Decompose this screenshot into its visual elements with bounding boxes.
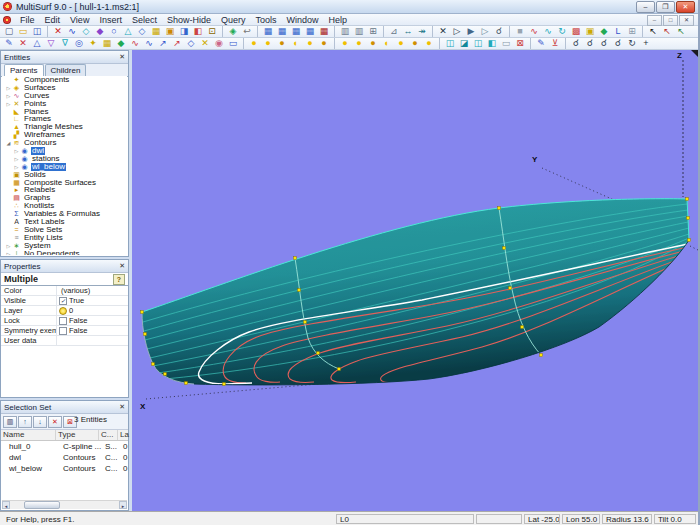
annotate-view-icon[interactable]: ▭ [499,38,513,49]
table-row[interactable]: hull_0 C-spline ... S... 0 [1,441,128,452]
property-row[interactable]: Lock False [1,316,128,326]
tree-item[interactable]: ▸ Relabels [2,186,127,194]
red-curve-icon[interactable]: ∿ [527,26,541,37]
child-close-button[interactable]: ✕ [679,15,694,26]
property-value[interactable]: True [69,296,84,305]
menu-item[interactable]: File [15,15,40,25]
child-minimize-button[interactable]: – [647,15,662,26]
property-row[interactable]: Visible True [1,296,128,306]
capture-view-icon[interactable]: ◧ [485,38,499,49]
insert-curve-icon[interactable]: ∿ [128,38,142,49]
horizontal-scrollbar[interactable]: ◂ ▸ [2,500,127,509]
tree-item[interactable]: A Text Labels [2,218,127,226]
viewport-3d[interactable]: X Y Z [132,50,698,511]
tree-item-label[interactable]: No Dependents [23,250,81,255]
property-row[interactable]: Symmetry exempt False [1,326,128,336]
tree-item[interactable]: Σ Variables & Formulas [2,210,127,218]
expand-icon[interactable]: ▷ [5,250,12,255]
insert-line-icon[interactable]: ∇ [58,38,72,49]
tree-item[interactable]: ◣ Planes [2,108,127,116]
insert-surface-icon[interactable]: ∿ [142,38,156,49]
hide-children-bulb-icon[interactable]: ● [366,38,380,49]
select-pointer-icon[interactable]: ▷ [450,26,464,37]
frame-l-icon[interactable]: L [611,26,625,37]
insert-magnet-icon[interactable]: △ [30,38,44,49]
grid-plus-icon[interactable]: ⊞ [625,26,639,37]
tree-item[interactable]: ▤ Graphs [2,194,127,202]
insert-plane-icon[interactable]: ◇ [184,38,198,49]
menu-item[interactable]: Insert [94,15,127,25]
surface-grid-icon[interactable]: ▣ [163,26,177,37]
view-perspective-icon[interactable]: ▦ [317,26,331,37]
hull-3d-view[interactable] [132,50,698,511]
insert-contour-icon[interactable]: ◉ [212,38,226,49]
show-all-bulb-icon[interactable]: ● [243,38,261,49]
tree-item[interactable]: ≡ Entity Lists [2,234,127,242]
invert-visibility-bulb-icon[interactable]: ● [422,38,436,49]
view-iso-icon[interactable]: ▦ [303,26,317,37]
tab-children[interactable]: Children [45,64,87,76]
undo-icon[interactable]: ↩ [240,26,254,37]
entity-name[interactable]: wl_below [1,463,61,474]
property-row[interactable]: Layer 0 [1,306,128,316]
restore-button[interactable]: ❐ [656,1,675,13]
view-side-icon[interactable]: ▦ [289,26,303,37]
expand-icon[interactable]: ◢ [5,139,12,147]
move-down-icon[interactable]: ↓ [33,416,47,428]
scroll-left-icon[interactable]: ◂ [2,501,10,509]
tree-item[interactable]: ✦ Components [2,76,127,84]
apply-icon[interactable]: ◈ [222,26,240,37]
expand-icon[interactable]: ▷ [5,242,12,250]
stop-icon[interactable]: ■ [509,26,527,37]
zoom-in-icon[interactable]: ☌ [565,38,583,49]
teal-curve-icon[interactable]: ∿ [541,26,555,37]
columns-icon[interactable]: ▥ [3,416,17,428]
copy-view-icon[interactable]: ◫ [439,38,457,49]
pan-center-icon[interactable]: + [639,38,653,49]
tree-item[interactable]: ▷ ✕ Points [2,100,127,108]
new-file-icon[interactable]: ▢ [2,26,16,37]
table-row[interactable]: dwl Contours C... 0 [1,452,128,463]
expand-icon[interactable]: ▷ [5,84,12,92]
entities-close-icon[interactable]: ✕ [119,52,125,62]
property-value[interactable]: (various) [61,286,90,295]
expand-icon[interactable]: ▷ [13,155,20,163]
insert-lofted-icon[interactable]: ↗ [156,38,170,49]
minimize-button[interactable]: – [636,1,655,13]
menu-item[interactable]: View [65,15,94,25]
half-box-icon[interactable]: ◨ [177,26,191,37]
ring-icon[interactable]: ○ [107,26,121,37]
view-front-icon[interactable]: ▦ [257,26,275,37]
tree-item[interactable]: ▷ ◉ wl_below [2,163,127,171]
edit-curve-icon[interactable]: ∿ [65,26,79,37]
property-control[interactable] [59,327,67,335]
hide-all-bulb-icon[interactable]: ● [334,38,352,49]
zoom-all-icon[interactable]: ↻ [625,38,639,49]
insert-ruled-icon[interactable]: ↗ [170,38,184,49]
expand-icon[interactable]: ▷ [5,100,12,108]
measure-width-icon[interactable]: ↔ [401,26,415,37]
child-restore-button[interactable]: □ [663,15,678,26]
tree-item[interactable]: ▷ ∿ Curves [2,92,127,100]
entity-name[interactable]: dwl [1,452,61,463]
save-file-icon[interactable]: ◫ [30,26,44,37]
insert-point-icon[interactable]: ✎ [2,38,16,49]
show-selected-bulb-icon[interactable]: ● [261,38,275,49]
insert-ccurve-icon[interactable]: ▦ [100,38,114,49]
red-grid-icon[interactable]: ▩ [569,26,583,37]
scrollbar-thumb[interactable] [24,501,60,509]
close-view-icon[interactable]: ⊠ [513,38,527,49]
insert-bcurve-icon[interactable]: ✦ [86,38,100,49]
paste-view-icon[interactable]: ◪ [457,38,471,49]
insert-ring-icon[interactable]: ▽ [44,38,58,49]
insert-bead-icon[interactable]: ✕ [16,38,30,49]
sketch-tool-icon[interactable]: ✎ [530,38,548,49]
properties-help-button[interactable]: ? [113,274,125,285]
entity-name[interactable]: hull_0 [1,441,61,452]
offsets-table-icon[interactable]: ▥ [334,26,352,37]
magnet-icon[interactable]: ◆ [93,26,107,37]
tree-item[interactable]: ▦ Composite Surfaces [2,179,127,187]
velocities-table-icon[interactable]: ▥ [352,26,366,37]
close-button[interactable]: ✕ [676,1,695,13]
measure-distance-icon[interactable]: ↠ [415,26,429,37]
